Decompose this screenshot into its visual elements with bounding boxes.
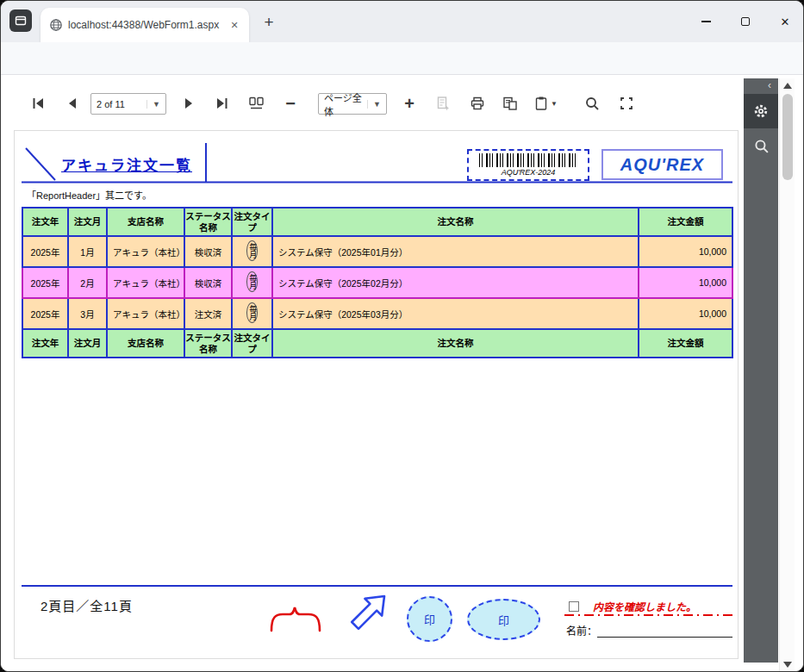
new-tab-button[interactable]: + [258, 11, 280, 34]
chevron-down-icon: ▼ [367, 100, 381, 109]
table-row: 2025年 3月 アキュラ（本社） 注文済 毎月 システム保守（2025年03月… [22, 298, 732, 329]
order-type-stamp: 毎月 [246, 302, 258, 323]
name-label: 名前： [566, 623, 597, 638]
cell-order-type: 毎月 [232, 267, 272, 298]
column-header: 注文タイプ [232, 329, 272, 358]
column-header: 注文金額 [639, 329, 732, 358]
browser-window: localhost:44388/WebForm1.aspx ✕ + ✕ ← ↻ … [0, 0, 804, 672]
company-logo: AQU'REX [601, 149, 723, 180]
vertical-scrollbar[interactable] [779, 78, 795, 671]
barcode-label: AQU'REX-2024 [469, 168, 588, 177]
name-underline [597, 637, 732, 638]
cell-month: 3月 [68, 298, 107, 329]
maximize-icon [741, 17, 750, 26]
report-header-note: 「ReportHeader」其二です。 [27, 188, 152, 202]
fullscreen-icon[interactable] [616, 93, 637, 114]
tab-close-icon[interactable]: ✕ [227, 17, 242, 33]
export-menu-button[interactable]: ▼ [532, 93, 559, 114]
barcode-stripes [479, 153, 577, 167]
cell-order-name: システム保守（2025年03月分） [272, 298, 639, 329]
order-type-stamp: 毎月 [246, 240, 258, 261]
parameters-gear-icon[interactable] [744, 94, 778, 128]
window-icon [14, 14, 28, 28]
stamp-ellipse: 印 [467, 599, 540, 640]
brace-shape [269, 605, 322, 634]
zoom-out-button[interactable]: − [280, 93, 301, 114]
column-header: 注文タイプ [232, 208, 272, 236]
table-header-row: 注文年 注文月 支店名称 ステータス名称 注文タイプ 注文名称 注文金額 [22, 208, 732, 236]
text-select-icon-disabled [432, 93, 454, 114]
table-row: 2025年 2月 アキュラ（本社） 検収済 毎月 システム保守（2025年02月… [22, 267, 732, 298]
tab-actions-button[interactable] [9, 9, 32, 32]
barcode: AQU'REX-2024 [467, 149, 589, 181]
column-header: ステータス名称 [184, 208, 232, 236]
scrollbar-thumb[interactable] [782, 94, 793, 180]
minimize-button[interactable] [686, 1, 726, 42]
cell-status: 検収済 [184, 267, 232, 298]
panel-collapse-chevron-icon[interactable]: ‹ [763, 79, 776, 91]
cell-order-name: システム保守（2025年01月分） [272, 236, 639, 267]
cell-branch: アキュラ（本社） [107, 267, 184, 298]
cell-branch: アキュラ（本社） [107, 298, 184, 329]
report-title: アキュラ注文一覧 [61, 153, 192, 175]
stamp-label: 印 [498, 612, 509, 628]
page-number-select[interactable]: 2 of 11 ▼ [90, 93, 166, 115]
dash-dot-line [564, 613, 734, 617]
report-viewer: 2 of 11 ▼ − ページ全体 ▼ + ▼ [1, 75, 804, 672]
stamp-label: 印 [424, 611, 435, 627]
next-page-button[interactable] [178, 93, 199, 114]
stamp-circle: 印 [407, 596, 452, 642]
column-header: 支店名称 [107, 208, 184, 236]
previous-page-button[interactable] [62, 93, 83, 114]
close-button[interactable]: ✕ [765, 1, 804, 42]
cell-amount: 10,000 [639, 236, 732, 267]
address-bar: ← ↻ https://localhost:44388/WebForm1.asp… [1, 42, 804, 75]
orders-table: 注文年 注文月 支店名称 ステータス名称 注文タイプ 注文名称 注文金額 202… [22, 207, 733, 358]
first-page-button[interactable] [28, 93, 48, 114]
column-header: ステータス名称 [184, 329, 232, 358]
scroll-down-icon[interactable] [780, 657, 795, 671]
scroll-up-icon[interactable] [780, 78, 795, 92]
minimize-icon [701, 21, 711, 22]
zoom-mode-select[interactable]: ページ全体 ▼ [318, 93, 387, 115]
zoom-in-button[interactable]: + [399, 93, 420, 114]
column-header: 注文月 [68, 208, 107, 236]
maximize-button[interactable] [726, 1, 765, 42]
cell-amount: 10,000 [639, 267, 732, 298]
zoom-mode-value: ページ全体 [324, 90, 367, 118]
print-icon[interactable] [466, 93, 489, 114]
cell-order-name: システム保守（2025年02月分） [272, 267, 639, 298]
table-footer-header-row: 注文年 注文月 支店名称 ステータス名称 注文タイプ 注文名称 注文金額 [22, 329, 732, 358]
cell-status: 注文済 [184, 298, 232, 329]
last-page-button[interactable] [212, 93, 233, 114]
arrow-shape [340, 593, 390, 643]
cell-year: 2025年 [22, 298, 68, 329]
logo-text: AQU'REX [620, 155, 704, 175]
browser-tab[interactable]: localhost:44388/WebForm1.aspx ✕ [41, 8, 249, 42]
page-indicator: 2 of 11 [97, 99, 125, 109]
print-preview-icon[interactable] [499, 93, 521, 114]
order-type-stamp: 毎月 [246, 271, 258, 292]
search-icon[interactable] [582, 93, 602, 114]
confirm-text: 内容を確認しました。 [593, 599, 696, 613]
cell-amount: 10,000 [639, 298, 732, 329]
cell-order-type: 毎月 [232, 298, 272, 329]
column-header: 注文年 [22, 208, 68, 236]
cell-order-type: 毎月 [232, 236, 272, 267]
report-page: アキュラ注文一覧 AQU'REX-2024 AQU'REX 「ReportHea… [14, 130, 739, 659]
title-bar: localhost:44388/WebForm1.aspx ✕ + ✕ [1, 1, 804, 42]
column-header: 注文金額 [639, 208, 732, 236]
chevron-down-icon: ▼ [146, 100, 160, 109]
chevron-down-icon: ▼ [551, 100, 558, 108]
multipage-view-icon[interactable] [245, 93, 267, 114]
column-header: 注文月 [68, 329, 107, 358]
column-header: 支店名称 [107, 329, 184, 358]
panel-search-icon[interactable] [744, 128, 778, 163]
cell-status: 検収済 [184, 236, 232, 267]
tab-title: localhost:44388/WebForm1.aspx [68, 19, 221, 31]
column-header: 注文名称 [272, 329, 639, 358]
tab-favicon-globe-icon [49, 18, 63, 32]
sidebar-panel: ‹ [744, 78, 778, 663]
cell-year: 2025年 [22, 267, 68, 298]
cell-month: 2月 [68, 267, 107, 298]
